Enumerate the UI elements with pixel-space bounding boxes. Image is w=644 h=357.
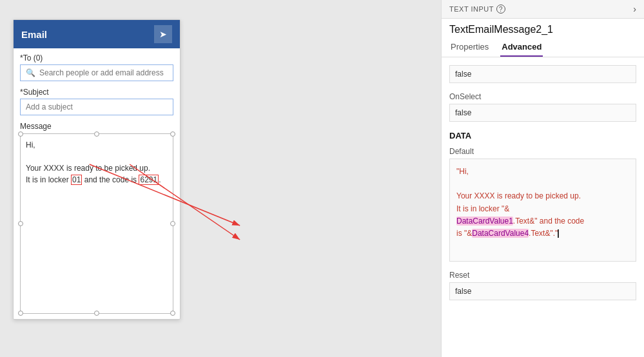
panel-top-bar: TEXT INPUT ? › — [442, 0, 644, 19]
message-line2 — [26, 151, 168, 162]
message-post: . — [159, 175, 161, 184]
canvas-area: Email ➤ *To (0) 🔍 *Subject Message — [0, 0, 441, 357]
panel-title: TextEmailMessage2_1 — [442, 19, 644, 38]
message-label: Message — [20, 122, 173, 131]
email-card-body: *To (0) 🔍 *Subject Message Hi, — [14, 48, 180, 319]
handle-tl[interactable] — [18, 131, 23, 137]
highlight-locker: 01 — [71, 175, 82, 185]
reset-value[interactable]: false — [449, 282, 636, 300]
email-card-header: Email ➤ — [14, 20, 180, 48]
message-area[interactable]: Hi, Your XXXX is ready to be picked up. … — [20, 133, 173, 314]
handle-tr[interactable] — [170, 131, 175, 137]
reset-section: Reset false — [449, 271, 636, 300]
info-icon[interactable]: ? — [496, 5, 505, 14]
panel-top-label: TEXT INPUT ? — [449, 5, 505, 14]
handle-bl[interactable] — [18, 311, 23, 316]
code-line5: DataCardValue1.Text&" and the code — [456, 215, 629, 227]
code-line1: "Hi, — [456, 166, 629, 178]
email-title: Email — [21, 29, 47, 40]
send-icon: ➤ — [159, 29, 167, 39]
panel-type-text: TEXT INPUT — [449, 5, 494, 13]
send-button[interactable]: ➤ — [154, 25, 172, 43]
code-line6: is "&DataCardValue4.Text&"." — [456, 227, 629, 240]
data-section: DATA Default "Hi, Your XXXX is ready to … — [449, 131, 636, 262]
cursor — [558, 229, 559, 238]
data-card-value4: DataCardValue4 — [472, 229, 529, 238]
collapse-icon[interactable]: › — [633, 4, 636, 14]
right-panel: TEXT INPUT ? › TextEmailMessage2_1 Prope… — [441, 0, 644, 357]
handle-br[interactable] — [170, 311, 175, 316]
code-line2 — [456, 178, 629, 190]
onselect-section: OnSelect false — [449, 92, 636, 122]
message-line3: Your XXXX is ready to be picked up. — [26, 162, 168, 174]
message-line1: Hi, — [26, 139, 168, 151]
code-line4-text: It is in locker "& — [456, 204, 509, 213]
default-code-box[interactable]: "Hi, Your XXXX is ready to be picked up.… — [449, 159, 636, 262]
default-label: Default — [449, 147, 636, 156]
data-label: DATA — [449, 131, 636, 140]
panel-tabs: Properties Advanced — [442, 38, 644, 57]
handle-ml[interactable] — [18, 221, 23, 226]
tab-advanced[interactable]: Advanced — [500, 38, 543, 57]
onselect-label: OnSelect — [449, 92, 636, 101]
reset-label: Reset — [449, 271, 636, 280]
subject-input[interactable] — [20, 99, 173, 115]
handle-bm[interactable] — [94, 311, 99, 316]
search-input[interactable] — [39, 68, 168, 77]
code-line3-text: Your XXXX is ready to be picked up. — [456, 191, 581, 200]
highlight-code: 6291 — [139, 175, 159, 185]
code-line4: It is in locker "& — [456, 203, 629, 215]
code-line5-post: .Text&" and the code — [513, 217, 584, 226]
subject-label: *Subject — [20, 88, 173, 97]
search-icon: 🔍 — [26, 68, 35, 77]
code-line1-text: "Hi, — [456, 167, 469, 176]
message-line4: It is in locker 01 and the code is 6291. — [26, 174, 168, 186]
data-card-value1: DataCardValue1 — [456, 217, 513, 226]
code-line6-pre: is "& — [456, 229, 472, 238]
onselect-value[interactable]: false — [449, 104, 636, 122]
handle-mr[interactable] — [170, 221, 175, 226]
to-label: *To (0) — [20, 53, 173, 63]
handle-tm[interactable] — [94, 131, 99, 137]
code-line6-post: .Text&"." — [529, 229, 558, 238]
code-line3: Your XXXX is ready to be picked up. — [456, 190, 629, 202]
first-false-value[interactable]: false — [449, 65, 636, 83]
message-mid: and the code is — [82, 175, 139, 184]
message-pre: It is in locker — [26, 175, 71, 184]
tab-properties[interactable]: Properties — [449, 38, 490, 57]
to-input-wrap[interactable]: 🔍 — [20, 64, 173, 81]
panel-content: false OnSelect false DATA Default "Hi, Y… — [442, 57, 644, 357]
first-false-section: false — [449, 65, 636, 83]
email-card: Email ➤ *To (0) 🔍 *Subject Message — [13, 19, 181, 320]
